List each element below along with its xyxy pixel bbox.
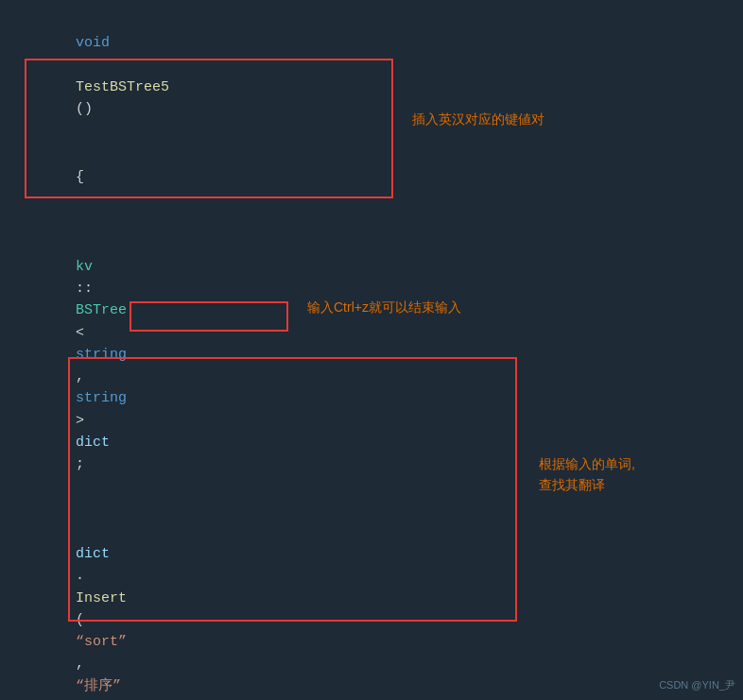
- line-content-1: void TestBSTree5 (): [17, 10, 743, 143]
- code-line-1: void TestBSTree5 (): [0, 9, 743, 144]
- annotation-find: 根据输入的单词, 查找其翻译: [539, 453, 635, 496]
- annotation-while: 输入Ctrl+z就可以结束输入: [307, 298, 461, 317]
- annotation-insert: 插入英汉对应的键値对: [412, 110, 544, 129]
- annotation-find-line1: 根据输入的单词,: [539, 456, 635, 471]
- watermark: CSDN @YIN_尹: [659, 678, 735, 692]
- line-content-4: dict . Insert ( “sort” , “排序” );: [17, 500, 743, 701]
- fn-testbstree5: TestBSTree5: [76, 79, 169, 95]
- code-line-2: {: [0, 144, 743, 212]
- annotation-find-line2: 查找其翻译: [539, 477, 605, 492]
- code-container: 插入英汉对应的键値对 输入Ctrl+z就可以结束输入 根据输入的单词, 查找其翻…: [0, 0, 743, 700]
- line-content-2: {: [17, 145, 743, 211]
- keyword-void: void: [76, 35, 110, 51]
- code-line-4: dict . Insert ( “sort” , “排序” );: [0, 499, 743, 701]
